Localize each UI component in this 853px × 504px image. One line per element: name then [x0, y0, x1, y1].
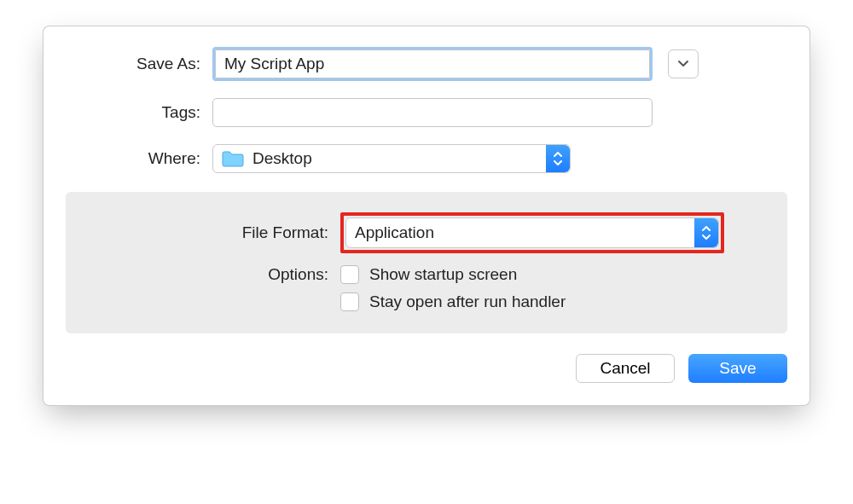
option-startup-checkbox[interactable]	[340, 265, 359, 284]
options-label: Options:	[88, 265, 340, 284]
options-list: Show startup screen Stay open after run …	[340, 265, 566, 311]
save-as-label: Save As:	[66, 55, 212, 73]
tags-label: Tags:	[66, 103, 212, 122]
option-startup-label: Show startup screen	[369, 265, 517, 284]
save-as-input[interactable]	[215, 49, 650, 78]
option-stayopen-row: Stay open after run handler	[340, 293, 566, 311]
tags-row: Tags:	[66, 98, 787, 127]
cancel-button[interactable]: Cancel	[576, 354, 675, 383]
expand-button[interactable]	[668, 49, 699, 78]
file-format-label: File Format:	[88, 223, 340, 242]
save-button[interactable]: Save	[688, 354, 787, 383]
options-panel: File Format: Application Options: Show s…	[66, 192, 787, 333]
options-row: Options: Show startup screen Stay open a…	[88, 265, 765, 311]
file-format-highlight: Application	[340, 212, 724, 253]
stepper-icon	[546, 145, 570, 172]
option-startup-row: Show startup screen	[340, 265, 566, 284]
tags-input[interactable]	[212, 98, 653, 127]
file-format-row: File Format: Application	[88, 212, 765, 253]
footer: Cancel Save	[66, 354, 787, 383]
chevron-down-icon	[677, 60, 689, 68]
where-popup[interactable]: Desktop	[212, 144, 571, 173]
save-as-row: Save As:	[66, 47, 787, 81]
stepper-icon	[694, 218, 718, 247]
where-value: Desktop	[252, 149, 312, 168]
save-sheet: Save As: Tags: Where: Desktop	[43, 26, 810, 406]
where-label: Where:	[66, 149, 212, 168]
option-stayopen-checkbox[interactable]	[340, 293, 359, 311]
option-stayopen-label: Stay open after run handler	[369, 293, 566, 311]
save-as-focus-ring	[212, 47, 653, 81]
file-format-popup[interactable]: Application	[345, 217, 719, 248]
where-row: Where: Desktop	[66, 144, 787, 173]
folder-icon	[222, 150, 244, 167]
file-format-value: Application	[355, 223, 434, 242]
